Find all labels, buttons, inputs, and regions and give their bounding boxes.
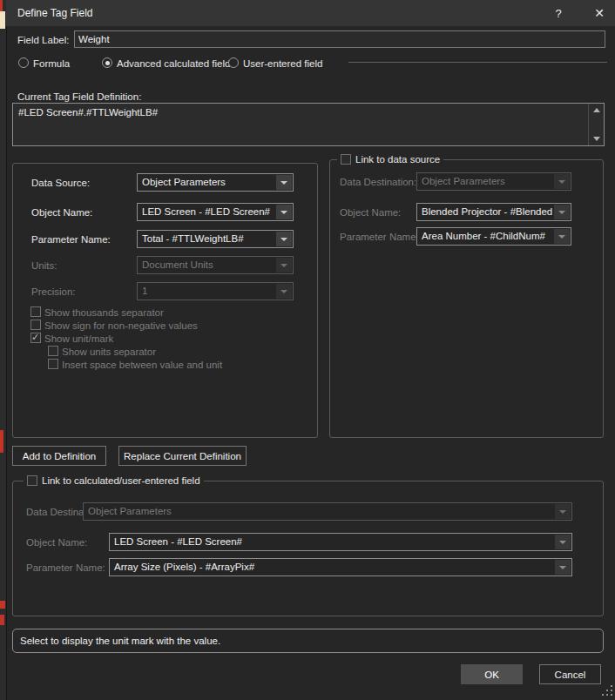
show-units-separator-checkbox[interactable]: ✓ bbox=[48, 346, 58, 356]
add-to-definition-button[interactable]: Add to Definition bbox=[12, 446, 106, 466]
radio-user-entered-field[interactable] bbox=[228, 57, 239, 68]
show-thousands-separator-label[interactable]: Show thousands separator bbox=[44, 306, 164, 319]
resize-grip-icon[interactable] bbox=[611, 694, 612, 696]
backdrop-red-fragment-bottom1 bbox=[0, 601, 5, 609]
definition-value: #LED Screen#.#TTLWeightLB# bbox=[18, 107, 158, 118]
chevron-down-icon[interactable] bbox=[276, 232, 292, 246]
parameter-name-dropdown[interactable]: Total - #TTLWeightLB# bbox=[137, 230, 294, 248]
backdrop-beige-fragment bbox=[0, 11, 5, 29]
link-ds-data-destination-label: Data Destination: bbox=[340, 176, 416, 188]
dialog-title: Define Tag Field bbox=[17, 0, 93, 26]
scroll-down-icon[interactable] bbox=[589, 132, 604, 145]
chevron-down-icon bbox=[554, 174, 570, 189]
chevron-down-icon[interactable] bbox=[276, 205, 292, 219]
replace-current-definition-button[interactable]: Replace Current Definition bbox=[118, 446, 247, 466]
data-source-dropdown[interactable]: Object Parameters bbox=[137, 173, 294, 192]
status-hint-text: Select to display the unit mark with the… bbox=[13, 636, 220, 646]
link-data-source-checkbox[interactable]: ✓ bbox=[341, 154, 351, 165]
status-hint-box: Select to display the unit mark with the… bbox=[12, 629, 604, 653]
chevron-down-icon[interactable] bbox=[554, 229, 570, 244]
link-field-parameter-name-dropdown[interactable]: Array Size (Pixels) - #ArrayPix# bbox=[109, 558, 572, 576]
units-dropdown: Document Units bbox=[137, 256, 294, 274]
link-field-parameter-name-label: Parameter Name: bbox=[26, 562, 105, 574]
ok-button[interactable]: OK bbox=[461, 664, 523, 684]
cancel-button[interactable]: Cancel bbox=[539, 664, 601, 684]
link-ds-parameter-name-dropdown[interactable]: Area Number - #ChildNum# bbox=[416, 227, 571, 246]
show-units-separator-label[interactable]: Show units separator bbox=[62, 346, 156, 358]
background-app-strip bbox=[0, 0, 6, 700]
insert-space-checkbox[interactable]: ✓ bbox=[48, 359, 58, 369]
link-field-checkbox[interactable]: ✓ bbox=[27, 475, 37, 486]
radio-advanced-calculated-field-label[interactable]: Advanced calculated field bbox=[117, 57, 230, 70]
link-field-object-name-dropdown[interactable]: LED Screen - #LED Screen# bbox=[109, 533, 572, 551]
radio-advanced-calculated-field[interactable] bbox=[102, 57, 112, 68]
show-sign-checkbox[interactable]: ✓ bbox=[30, 320, 41, 330]
radio-formula-label[interactable]: Formula bbox=[33, 57, 70, 70]
divider bbox=[348, 62, 607, 63]
definition-scrollbar[interactable] bbox=[588, 104, 604, 145]
backdrop-red-fragment-top bbox=[0, 0, 3, 11]
link-field-object-name-label: Object Name: bbox=[26, 536, 87, 549]
data-source-label: Data Source: bbox=[31, 177, 90, 189]
object-name-label: Object Name: bbox=[31, 206, 92, 219]
chevron-down-icon bbox=[555, 504, 571, 519]
insert-space-label[interactable]: Insert space between value and unit bbox=[62, 359, 222, 371]
scroll-up-icon[interactable] bbox=[589, 104, 604, 117]
link-field-title[interactable]: Link to calculated/user-entered field bbox=[42, 475, 200, 487]
help-icon[interactable]: ? bbox=[547, 0, 570, 26]
show-unit-mark-checkbox[interactable]: ✓ bbox=[30, 333, 41, 343]
backdrop-red-fragment-bottom2 bbox=[0, 615, 4, 625]
precision-dropdown: 1 bbox=[137, 282, 294, 300]
units-label: Units: bbox=[31, 259, 57, 272]
screen: Define Tag Field ? ✕ Field Label: Formul… bbox=[0, 0, 615, 700]
titlebar[interactable]: Define Tag Field ? ✕ bbox=[6, 0, 615, 26]
definition-textarea[interactable]: #LED Screen#.#TTLWeightLB# bbox=[12, 103, 605, 146]
chevron-down-icon bbox=[276, 258, 292, 273]
check-icon: ✓ bbox=[31, 333, 40, 341]
link-ds-data-destination-dropdown: Object Parameters bbox=[416, 172, 571, 191]
object-name-dropdown[interactable]: LED Screen - #LED Screen# bbox=[137, 203, 294, 221]
chevron-down-icon bbox=[276, 284, 292, 299]
precision-label: Precision: bbox=[31, 286, 76, 298]
show-unit-mark-label[interactable]: Show unit/mark bbox=[44, 333, 113, 345]
chevron-down-icon[interactable] bbox=[555, 560, 571, 575]
chevron-down-icon[interactable] bbox=[554, 205, 570, 219]
link-data-source-title[interactable]: Link to data source bbox=[355, 153, 440, 165]
parameter-name-label: Parameter Name: bbox=[31, 233, 111, 246]
chevron-down-icon[interactable] bbox=[555, 535, 571, 549]
link-ds-object-name-label: Object Name: bbox=[340, 206, 401, 219]
radio-user-entered-field-label[interactable]: User-entered field bbox=[243, 57, 322, 70]
show-sign-label[interactable]: Show sign for non-negative values bbox=[44, 320, 198, 332]
link-ds-parameter-name-label: Parameter Name: bbox=[340, 231, 419, 243]
link-ds-object-name-dropdown[interactable]: Blended Projector - #Blended... bbox=[416, 203, 571, 221]
radio-formula[interactable] bbox=[18, 57, 29, 68]
close-icon[interactable]: ✕ bbox=[588, 0, 611, 26]
radio-dot bbox=[105, 61, 110, 65]
field-label-label: Field Label: bbox=[17, 34, 69, 46]
backdrop-red-fragment-mid bbox=[0, 430, 3, 453]
definition-label: Current Tag Field Definition: bbox=[17, 91, 141, 103]
chevron-down-icon[interactable] bbox=[276, 175, 292, 190]
link-data-source-group: ✓ Link to data source bbox=[329, 159, 604, 438]
show-thousands-separator-checkbox[interactable]: ✓ bbox=[30, 306, 41, 317]
link-field-data-destination-dropdown: Object Parameters bbox=[83, 502, 572, 521]
field-label-input[interactable] bbox=[74, 30, 605, 48]
